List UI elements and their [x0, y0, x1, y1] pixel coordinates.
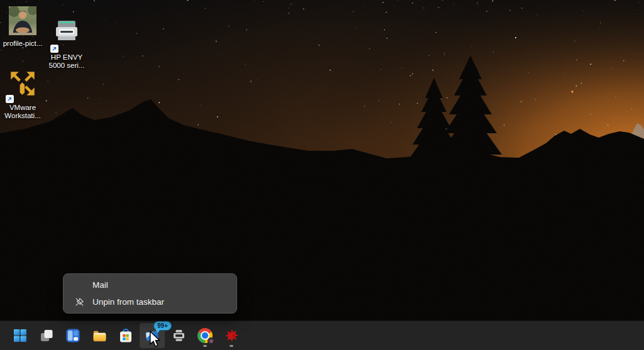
- widgets-icon: [65, 328, 80, 343]
- chrome-icon: [197, 328, 213, 343]
- desktop-icon-profile-picture[interactable]: profile-pict...: [1, 6, 44, 48]
- menu-item-unpin-from-taskbar[interactable]: Unpin from taskbar: [66, 293, 234, 310]
- chrome-button[interactable]: [192, 323, 218, 348]
- menu-item-label: Unpin from taskbar: [92, 297, 164, 307]
- mail-unread-badge: 99+: [153, 321, 172, 331]
- start-button[interactable]: [8, 323, 33, 348]
- chrome-profile-badge: [208, 337, 214, 344]
- desktop-icon-label: VMware Workstati...: [4, 104, 40, 120]
- desktop-icon-label: profile-pict...: [3, 40, 43, 48]
- task-view-icon: [39, 328, 54, 343]
- profile-picture-thumbnail: [9, 6, 36, 38]
- widgets-button[interactable]: [60, 323, 86, 348]
- mail-button[interactable]: 99+: [140, 323, 165, 348]
- printer-icon: [171, 328, 187, 343]
- taskbar-context-menu: Mail Unpin from taskbar: [63, 273, 237, 314]
- red-app-icon: [224, 328, 240, 344]
- unpin-icon: [66, 297, 92, 307]
- running-indicator: [230, 345, 233, 347]
- task-view-button[interactable]: [34, 323, 59, 348]
- file-explorer-button[interactable]: [87, 323, 112, 348]
- start-icon: [13, 328, 28, 343]
- menu-item-label: Mail: [92, 280, 108, 290]
- desktop-icon-hp-envy-printer[interactable]: HP ENVY 5000 seri...: [45, 19, 88, 70]
- desktop-icon-vmware-workstation[interactable]: VMware Workstati...: [1, 68, 44, 120]
- microsoft-store-button[interactable]: [113, 323, 138, 348]
- menu-item-mail[interactable]: Mail: [66, 276, 234, 293]
- running-indicator: [203, 345, 207, 347]
- taskbar: 99+: [0, 320, 644, 350]
- printer-shortcut-icon: [52, 19, 82, 52]
- desktop[interactable]: profile-pict... HP ENVY 5000 seri...: [0, 0, 644, 350]
- shortcut-arrow-icon: [6, 95, 14, 103]
- shortcut-arrow-icon: [50, 45, 58, 53]
- vmware-shortcut-icon: [7, 68, 38, 102]
- file-explorer-icon: [92, 328, 108, 344]
- microsoft-store-icon: [118, 327, 133, 344]
- red-app-button[interactable]: [219, 323, 244, 348]
- desktop-icon-label: HP ENVY 5000 seri...: [49, 53, 85, 70]
